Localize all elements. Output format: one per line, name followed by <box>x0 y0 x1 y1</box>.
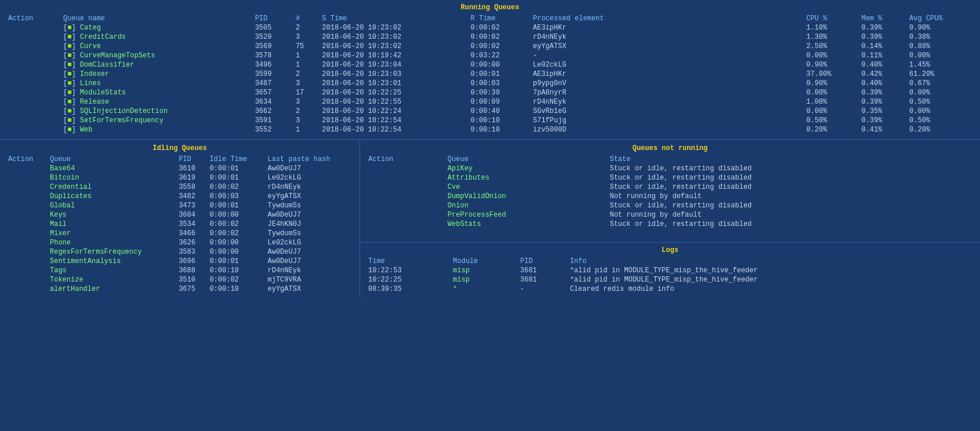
cell-action[interactable] <box>365 201 444 210</box>
cell-s1 <box>663 23 710 32</box>
cell-info: *alid pid in MODULE_TYPE_misp_the_hive_f… <box>567 275 975 284</box>
cell-action[interactable] <box>5 23 60 32</box>
queues-not-running-title: Queues not running <box>365 144 975 152</box>
cell-name: Cve <box>444 182 607 192</box>
cell-name: Tags <box>46 266 175 275</box>
cell-stime: 2018-06-20 10:22:54 <box>318 125 467 134</box>
cell-action[interactable] <box>5 257 46 266</box>
table-row: Credential 3558 0:00:02 rD4nNEyk <box>5 182 355 192</box>
cell-s2 <box>710 88 756 97</box>
cell-element: S71fPujg <box>529 116 663 125</box>
cell-action[interactable] <box>365 173 444 182</box>
cell-action[interactable] <box>365 164 444 173</box>
cell-action[interactable] <box>5 229 46 238</box>
cell-module: misp <box>449 275 517 284</box>
cell-s3 <box>756 51 803 60</box>
cell-action[interactable] <box>5 116 60 125</box>
cell-mem: 0.35% <box>858 107 906 116</box>
cell-s1 <box>663 116 710 125</box>
cell-s2 <box>710 116 756 125</box>
table-row: DumpValidOnion Not running by default <box>365 192 975 201</box>
cell-state: Not running by default <box>606 192 975 201</box>
cell-hash: Aw0DeUJ7 <box>264 257 355 266</box>
cell-action[interactable] <box>5 266 46 275</box>
table-row: [■] SetForTermsFrequency 3591 3 2018-06-… <box>5 116 975 125</box>
idle-col-action: Action <box>5 155 46 164</box>
table-row: Duplicates 3482 0:00:03 eyYgATSX <box>5 192 355 201</box>
cell-action[interactable] <box>5 247 46 257</box>
cell-rtime: 0:03:22 <box>467 51 529 60</box>
cell-action[interactable] <box>5 210 46 220</box>
cell-rtime: 0:00:02 <box>467 23 529 32</box>
cell-hash: TywdumSs <box>264 229 355 238</box>
cell-avgcpu: 0.50% <box>906 116 975 125</box>
table-row: alertHandler 3675 0:00:10 eyYgATSX <box>5 284 355 294</box>
cell-count: 3 <box>292 32 318 42</box>
cell-pid: 3662 <box>252 107 292 116</box>
cell-s1 <box>663 79 710 88</box>
cell-action[interactable] <box>5 42 60 51</box>
cell-cpu: 1.10% <box>803 23 858 32</box>
cell-action[interactable] <box>5 275 46 284</box>
cell-rtime: 0:00:39 <box>467 88 529 97</box>
cell-action[interactable] <box>5 97 60 107</box>
cell-action[interactable] <box>5 173 46 182</box>
cell-count: 2 <box>292 70 318 79</box>
running-queues-table: Action Queue name PID # S Time R Time Pr… <box>5 14 975 134</box>
cell-pid: 3534 <box>175 220 206 229</box>
cell-s2 <box>710 125 756 134</box>
cell-action[interactable] <box>365 192 444 201</box>
cell-action[interactable] <box>5 182 46 192</box>
cell-action[interactable] <box>5 125 60 134</box>
cell-stime: 2018-06-20 10:23:04 <box>318 60 467 70</box>
cell-action[interactable] <box>5 60 60 70</box>
cell-hash: JE4hKN0J <box>264 220 355 229</box>
cell-action[interactable] <box>365 182 444 192</box>
cell-hash: Le02ckLG <box>264 238 355 247</box>
cell-pid: 3583 <box>175 247 206 257</box>
table-row: PreProcessFeed Not running by default <box>365 210 975 220</box>
cell-cpu: 0.90% <box>803 60 858 70</box>
cell-action[interactable] <box>5 164 46 173</box>
cell-action[interactable] <box>5 79 60 88</box>
cell-action[interactable] <box>5 107 60 116</box>
cell-cpu: 0.00% <box>803 88 858 97</box>
cell-state: Not running by default <box>606 210 975 220</box>
col-element: Processed element <box>529 14 663 23</box>
cell-action[interactable] <box>5 70 60 79</box>
cell-action[interactable] <box>5 201 46 210</box>
cell-element: SGvRb1eG <box>529 107 663 116</box>
cell-idle-time: 0:00:10 <box>206 284 264 294</box>
cell-action[interactable] <box>365 220 444 229</box>
running-queues-title: Running Queues <box>5 3 975 12</box>
cell-action[interactable] <box>5 192 46 201</box>
cell-action[interactable] <box>5 238 46 247</box>
cell-mem: 0.40% <box>858 60 906 70</box>
idle-col-hash: Last paste hash <box>264 155 355 164</box>
cell-name: [■] Curve <box>60 42 252 51</box>
cell-idle-time: 0:00:00 <box>206 210 264 220</box>
cell-stime: 2018-06-20 10:23:02 <box>318 32 467 42</box>
cell-action[interactable] <box>5 284 46 294</box>
cell-count: 75 <box>292 42 318 51</box>
cell-pid: 3681 <box>517 266 567 275</box>
cell-action[interactable] <box>5 88 60 97</box>
queues-not-running-section: Queues not running Action Queue State Ap… <box>360 141 980 242</box>
cell-idle-time: 0:00:00 <box>206 238 264 247</box>
table-row: [■] SQLInjectionDetection 3662 2 2018-06… <box>5 107 975 116</box>
cell-name: [■] Categ <box>60 23 252 32</box>
cell-action[interactable] <box>365 210 444 220</box>
cell-idle-time: 0:00:02 <box>206 275 264 284</box>
cell-name: RegexForTermsFrequency <box>46 247 175 257</box>
cell-name: [■] CreditCards <box>60 32 252 42</box>
cell-action[interactable] <box>5 51 60 60</box>
cell-action[interactable] <box>5 220 46 229</box>
notrun-col-action: Action <box>365 155 444 164</box>
cell-pid: 3599 <box>252 70 292 79</box>
cell-action[interactable] <box>5 32 60 42</box>
table-row: Mixer 3466 0:00:02 TywdumSs <box>5 229 355 238</box>
cell-element: Le02ckLG <box>529 60 663 70</box>
cell-count: 17 <box>292 88 318 97</box>
cell-name: Mail <box>46 220 175 229</box>
table-row: [■] Indexer 3599 2 2018-06-20 10:23:03 0… <box>5 70 975 79</box>
